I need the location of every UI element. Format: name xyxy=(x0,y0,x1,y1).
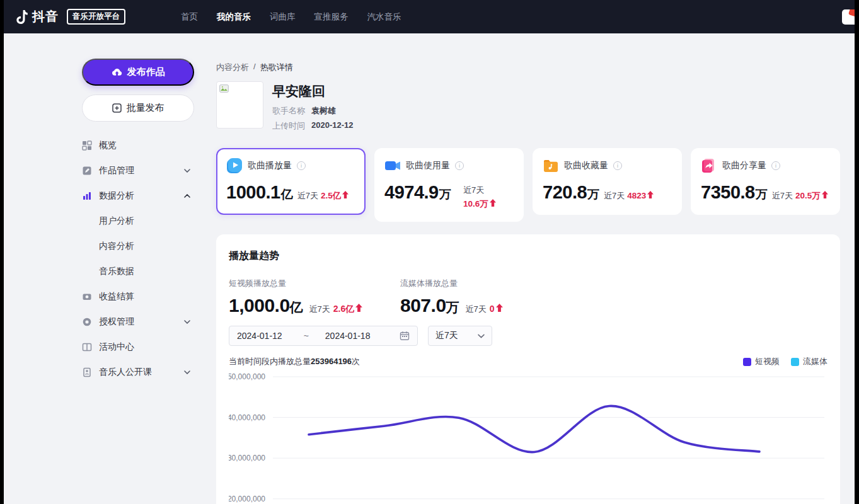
legend-item-short-video[interactable]: 短视频 xyxy=(743,356,780,367)
sidebar-item-label: 用户分析 xyxy=(99,215,134,227)
breadcrumb-separator: / xyxy=(253,62,256,73)
range-select-value: 近7天 xyxy=(435,330,458,341)
stat-change: 10.6万 xyxy=(463,199,488,209)
sidebar-item-data-analysis[interactable]: 数据分析 xyxy=(82,183,190,209)
chevron-down-icon xyxy=(478,334,485,338)
upload-cloud-icon xyxy=(112,68,122,77)
stat-label: 歌曲使用量 xyxy=(406,160,450,171)
publish-button[interactable]: 发布作品 xyxy=(82,59,194,86)
sidebar-item-activity-center[interactable]: 活动中心 xyxy=(82,335,190,360)
chevron-down-icon xyxy=(184,169,190,173)
nav-item-promotion[interactable]: 宣推服务 xyxy=(314,11,349,23)
date-from[interactable]: 2024-01-12 xyxy=(237,331,282,341)
nav-item-song-library[interactable]: 词曲库 xyxy=(270,11,296,23)
metric-unit: 万 xyxy=(446,299,459,316)
chevron-down-icon xyxy=(184,370,190,374)
sidebar-item-label: 收益结算 xyxy=(99,291,134,302)
trend-filters: 2024-01-12 ~ 2024-01-18 近7天 xyxy=(229,326,827,346)
stat-change: 20.5万 xyxy=(795,191,821,200)
info-icon[interactable]: i xyxy=(771,161,780,170)
calendar-icon[interactable] xyxy=(400,331,410,341)
sidebar-item-label: 作品管理 xyxy=(99,165,134,176)
metric-label: 短视频播放总量 xyxy=(229,278,400,289)
sidebar-item-works[interactable]: 作品管理 xyxy=(82,158,190,183)
upload-date: 2020-12-12 xyxy=(311,120,354,132)
logo[interactable]: 抖音 音乐开放平台 xyxy=(14,8,125,25)
nav-item-my-music[interactable]: 我的音乐 xyxy=(217,11,251,23)
stat-value: 720.8 xyxy=(543,182,587,202)
stat-change: 4823 xyxy=(627,191,646,200)
trend-chart[interactable]: 50,000,00040,000,00030,000,00020,000,000 xyxy=(229,372,827,504)
info-icon[interactable]: i xyxy=(455,161,464,170)
metric-change: 2.6亿 xyxy=(333,304,354,315)
up-arrow-icon xyxy=(496,303,503,314)
stat-period: 近7天 xyxy=(297,191,318,200)
range-select[interactable]: 近7天 xyxy=(428,326,492,346)
corner-app-icon[interactable] xyxy=(842,9,855,25)
date-range-picker[interactable]: 2024-01-12 ~ 2024-01-18 xyxy=(229,326,418,346)
folder-icon xyxy=(543,158,559,174)
broken-image-icon xyxy=(219,84,229,93)
stat-unit: 万 xyxy=(756,188,768,201)
sidebar-item-license[interactable]: 授权管理 xyxy=(82,309,190,335)
stat-card-usage[interactable]: 歌曲使用量 i 4974.9万 近7天10.6万 xyxy=(374,148,524,222)
nav-items: 首页 我的音乐 词曲库 宣推服务 汽水音乐 xyxy=(181,11,401,23)
sidebar-item-user-analysis[interactable]: 用户分析 xyxy=(82,209,190,234)
up-arrow-icon xyxy=(490,198,496,209)
sidebar-item-open-course[interactable]: 音乐人公开课 xyxy=(82,360,190,385)
svg-text:50,000,000: 50,000,000 xyxy=(229,372,265,381)
breadcrumb-parent[interactable]: 内容分析 xyxy=(216,62,249,73)
up-arrow-icon xyxy=(647,190,654,201)
share-icon xyxy=(701,158,717,174)
sidebar-item-label: 内容分析 xyxy=(99,241,134,252)
stat-cards: 歌曲播放量 i 1000.1亿 近7天2.5亿 歌曲使用量 i 4974.9万 … xyxy=(216,148,840,222)
stat-card-favorites[interactable]: 歌曲收藏量 i 720.8万 近7天4823 xyxy=(533,148,682,215)
metric-change: 0 xyxy=(490,304,495,314)
summary-value: 253964196 xyxy=(311,357,352,366)
metric-unit: 亿 xyxy=(290,299,303,316)
sidebar-item-content-analysis[interactable]: 内容分析 xyxy=(82,234,190,259)
activity-icon xyxy=(82,342,92,352)
metric-period: 近7天 xyxy=(466,304,487,315)
stat-value: 1000.1 xyxy=(226,182,280,202)
license-icon xyxy=(82,317,92,327)
batch-publish-label: 批量发布 xyxy=(127,102,164,114)
up-arrow-icon xyxy=(355,303,362,314)
up-arrow-icon xyxy=(342,190,349,201)
play-icon xyxy=(226,158,243,174)
stat-period: 近7天 xyxy=(463,185,496,196)
course-icon xyxy=(82,367,92,377)
summary-row: 当前时间段内播放总量253964196次 短视频 流媒体 xyxy=(229,356,827,367)
stat-card-shares[interactable]: 歌曲分享量 i 7350.8万 近7天20.5万 xyxy=(691,148,840,215)
overview-grid-icon xyxy=(82,140,92,151)
date-to[interactable]: 2024-01-18 xyxy=(325,331,371,341)
trend-card: 播放量趋势 短视频播放总量 1,000.0 亿 近7天 2.6亿 流媒体播放总量 xyxy=(216,234,840,504)
logo-badge: 音乐开放平台 xyxy=(67,9,125,25)
breadcrumb: 内容分析 / 热歌详情 xyxy=(216,62,840,73)
play-total-summary: 当前时间段内播放总量253964196次 xyxy=(229,356,360,367)
date-separator: ~ xyxy=(304,331,309,341)
nav-item-home[interactable]: 首页 xyxy=(181,11,198,23)
info-icon[interactable]: i xyxy=(297,161,306,170)
sidebar-item-overview[interactable]: 概览 xyxy=(82,133,190,158)
legend-label: 流媒体 xyxy=(803,356,827,367)
nav-item-soda-music[interactable]: 汽水音乐 xyxy=(367,11,401,23)
video-icon xyxy=(384,158,401,174)
sidebar-item-revenue[interactable]: 收益结算 xyxy=(82,284,190,309)
stat-unit: 万 xyxy=(439,188,451,201)
legend-item-streaming[interactable]: 流媒体 xyxy=(791,356,827,367)
metric-streaming: 流媒体播放总量 807.0 万 近7天 0 xyxy=(400,278,572,316)
metric-label: 流媒体播放总量 xyxy=(400,278,572,289)
batch-publish-button[interactable]: 批量发布 xyxy=(82,94,194,122)
sidebar-item-label: 授权管理 xyxy=(99,316,134,328)
sidebar-item-music-data[interactable]: 音乐数据 xyxy=(82,259,190,284)
info-icon[interactable]: i xyxy=(613,161,622,170)
batch-plus-icon xyxy=(112,103,122,113)
chart-legend: 短视频 流媒体 xyxy=(743,356,827,367)
chevron-down-icon xyxy=(184,320,190,324)
stat-card-plays[interactable]: 歌曲播放量 i 1000.1亿 近7天2.5亿 xyxy=(216,148,366,215)
svg-text:30,000,000: 30,000,000 xyxy=(229,454,265,462)
money-icon xyxy=(82,292,92,302)
trend-metrics: 短视频播放总量 1,000.0 亿 近7天 2.6亿 流媒体播放总量 807.0… xyxy=(229,278,827,316)
stat-period: 近7天 xyxy=(772,191,793,200)
